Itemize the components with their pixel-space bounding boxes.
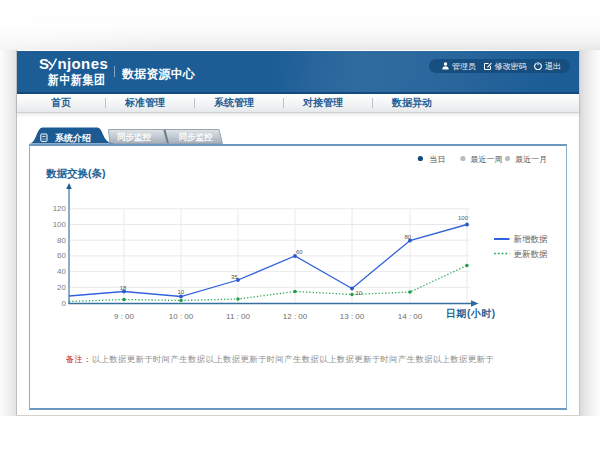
svg-text:当日: 当日 bbox=[430, 155, 446, 164]
svg-text:10 : 00: 10 : 00 bbox=[169, 312, 194, 321]
svg-text:新增数据: 新增数据 bbox=[514, 234, 549, 244]
svg-text:0: 0 bbox=[62, 299, 67, 308]
svg-text:80: 80 bbox=[405, 234, 412, 240]
svg-text:日期(小时): 日期(小时) bbox=[446, 308, 496, 319]
svg-text:35: 35 bbox=[231, 274, 238, 280]
svg-text:10: 10 bbox=[356, 290, 363, 296]
svg-text:10: 10 bbox=[178, 289, 185, 295]
svg-text:60: 60 bbox=[57, 251, 66, 260]
svg-text:40: 40 bbox=[57, 267, 66, 276]
svg-text:最近一周: 最近一周 bbox=[471, 155, 503, 164]
svg-text:数据交换(条): 数据交换(条) bbox=[45, 167, 106, 180]
svg-text:9 : 00: 9 : 00 bbox=[114, 312, 135, 321]
svg-text:60: 60 bbox=[296, 249, 303, 255]
svg-text:18: 18 bbox=[120, 285, 127, 291]
svg-text:14 : 00: 14 : 00 bbox=[398, 312, 423, 321]
svg-text:80: 80 bbox=[57, 236, 66, 245]
svg-text:更新数据: 更新数据 bbox=[514, 249, 549, 259]
svg-text:20: 20 bbox=[57, 283, 66, 292]
svg-text:最近一月: 最近一月 bbox=[515, 155, 547, 164]
svg-text:11 : 00: 11 : 00 bbox=[226, 312, 250, 321]
svg-text:100: 100 bbox=[53, 220, 67, 229]
svg-text:120: 120 bbox=[53, 204, 67, 213]
svg-text:100: 100 bbox=[458, 215, 469, 221]
svg-text:12 : 00: 12 : 00 bbox=[283, 312, 308, 321]
svg-text:13 : 00: 13 : 00 bbox=[340, 312, 365, 321]
